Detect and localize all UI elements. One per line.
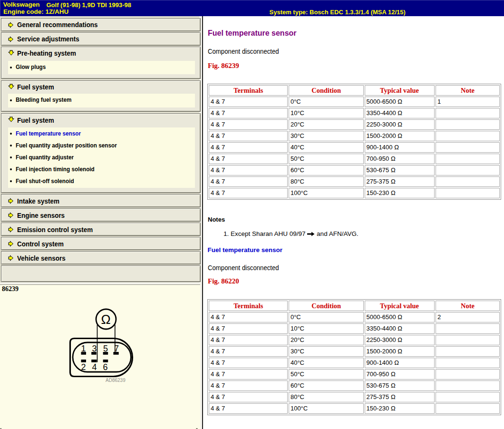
svg-text:1: 1 — [81, 344, 86, 353]
svg-text:7: 7 — [114, 344, 119, 353]
svg-text:6: 6 — [103, 362, 107, 372]
svg-text:AD86239: AD86239 — [106, 378, 126, 383]
svg-text:4: 4 — [92, 362, 97, 372]
svg-text:3: 3 — [92, 344, 97, 353]
svg-text:5: 5 — [103, 344, 108, 353]
svg-text:2: 2 — [81, 362, 86, 372]
svg-text:Ω: Ω — [101, 312, 110, 327]
